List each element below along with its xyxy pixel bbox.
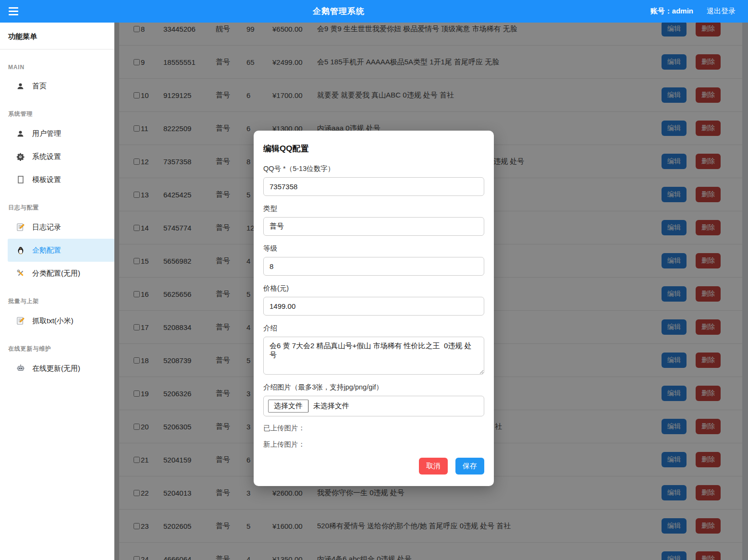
sidebar-section: 系统管理 用户管理 系统设置 模板设置: [0, 110, 114, 191]
sidebar-item-label: 在线更新(无用): [32, 364, 80, 373]
level-label: 等级: [263, 244, 484, 253]
penguin-icon: [16, 246, 25, 255]
new-upload-images-label: 新上传图片：: [263, 440, 484, 449]
type-input[interactable]: [263, 217, 484, 236]
intro-textarea[interactable]: 会6 黄 7大会2 精品真山号+假山 市场稀有 性价比之王 0违规 处号: [263, 337, 484, 375]
sidebar-item-企鹅配置[interactable]: 企鹅配置: [8, 239, 114, 262]
price-label: 价格(元): [263, 284, 484, 293]
image-file-input[interactable]: 选择文件 未选择文件: [263, 396, 484, 416]
sidebar-item-系统设置[interactable]: 系统设置: [0, 145, 114, 168]
sidebar-item-模板设置[interactable]: 模板设置: [0, 168, 114, 191]
qq-number-label: QQ号 *（5-13位数字）: [263, 164, 484, 173]
sidebar-item-分类配置(无用)[interactable]: 分类配置(无用): [0, 262, 114, 285]
user-icon: [16, 82, 25, 90]
template-placeholder-icon: [16, 176, 25, 183]
sidebar-item-label: 首页: [32, 82, 47, 91]
sidebar-menu-title: 功能菜单: [0, 23, 114, 49]
tools-icon: [16, 269, 25, 278]
memo-icon: [16, 317, 25, 325]
save-button[interactable]: 保存: [455, 458, 484, 475]
sidebar: 功能菜单 MAIN 首页 系统管理 用户管理 系统设置 模板设置 日志与配置 日…: [0, 23, 114, 560]
top-bar: 企鹅管理系统 账号：admin 退出登录: [0, 0, 748, 23]
sidebar-item-抓取txt(小米)[interactable]: 抓取txt(小米): [0, 309, 114, 332]
price-input[interactable]: [263, 297, 484, 316]
sidebar-item-label: 企鹅配置: [32, 246, 61, 255]
sidebar-item-在线更新(无用)[interactable]: 在线更新(无用): [0, 357, 114, 380]
qq-number-input[interactable]: [263, 177, 484, 196]
sidebar-section-label: 系统管理: [0, 110, 114, 118]
memo-icon: [16, 223, 25, 231]
sidebar-section: MAIN 首页: [0, 64, 114, 97]
robot-icon: [16, 364, 25, 373]
sidebar-item-日志记录[interactable]: 日志记录: [0, 216, 114, 239]
sidebar-section-label: 日志与配置: [0, 204, 114, 212]
sidebar-section: 批量与上架 抓取txt(小米): [0, 297, 114, 332]
choose-file-button[interactable]: 选择文件: [268, 400, 308, 413]
sidebar-item-label: 系统设置: [32, 152, 61, 161]
sidebar-item-首页[interactable]: 首页: [0, 74, 114, 97]
sidebar-item-label: 用户管理: [32, 129, 61, 138]
intro-label: 介绍: [263, 324, 484, 333]
sidebar-item-label: 模板设置: [32, 175, 61, 184]
no-file-text: 未选择文件: [313, 402, 349, 411]
logout-button[interactable]: 退出登录: [707, 7, 736, 16]
sidebar-item-label: 日志记录: [32, 223, 61, 232]
dialog-title: 编辑QQ配置: [263, 143, 484, 154]
account-label: 账号：admin: [650, 7, 693, 16]
sidebar-item-label: 抓取txt(小米): [32, 317, 74, 326]
sidebar-item-用户管理[interactable]: 用户管理: [0, 122, 114, 145]
images-label: 介绍图片（最多3张，支持jpg/png/gif）: [263, 383, 484, 392]
type-label: 类型: [263, 204, 484, 213]
sidebar-section: 日志与配置 日志记录 企鹅配置 分类配置(无用): [0, 204, 114, 285]
gear-icon: [16, 153, 25, 161]
sidebar-item-label: 分类配置(无用): [32, 269, 80, 278]
sidebar-section-label: MAIN: [0, 64, 114, 71]
sidebar-section-label: 批量与上架: [0, 297, 114, 305]
sidebar-section: 在线更新与维护 在线更新(无用): [0, 345, 114, 380]
sidebar-section-label: 在线更新与维护: [0, 345, 114, 353]
app-title: 企鹅管理系统: [27, 6, 650, 17]
cancel-button[interactable]: 取消: [419, 458, 448, 475]
uploaded-images-label: 已上传图片：: [263, 424, 484, 433]
user-icon: [16, 130, 25, 138]
level-input[interactable]: [263, 257, 484, 276]
edit-qq-dialog: 编辑QQ配置 QQ号 *（5-13位数字） 类型 等级 价格(元) 介绍 会6 …: [254, 131, 494, 486]
hamburger-menu-icon[interactable]: [0, 7, 27, 15]
